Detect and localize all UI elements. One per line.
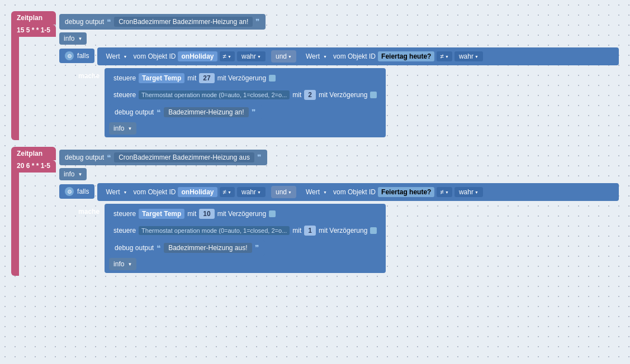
zeitplan-cron-2: 20 6 * * 1-5 <box>11 160 56 173</box>
num-pill-2-1: 10 <box>199 209 214 219</box>
num-pill-1-2: 2 <box>304 90 316 100</box>
info-arrow-1-1: ▼ <box>78 36 82 41</box>
condition-chain-2: Wert ▼ vom Objekt ID onHoliday ≠ wahr un… <box>97 183 619 201</box>
wert-pill-2-2[interactable]: Wert ▼ <box>302 186 331 198</box>
zeitplan-side-1: Zeitplan 15 5 * * 1-5 <box>11 11 56 140</box>
ne-pill-1-1[interactable]: ≠ <box>220 51 235 61</box>
verzog-check-2-2[interactable] <box>370 227 377 234</box>
falls-block-1: ⚙ falls <box>59 49 94 63</box>
falls-icon-2: ⚙ <box>65 187 74 196</box>
debug-row-1-2: debug output ❝ Badezimmer-Heizung an! ❞ <box>109 104 381 120</box>
debug-block-2-2: debug output ❝ Badezimmer-Heizung aus! ❞ <box>109 240 264 256</box>
target-pill-2-1: Target Temp <box>139 209 184 219</box>
ne-pill-2-2[interactable]: ≠ <box>437 187 452 197</box>
thermostat-pill-1: Thermostat operation mode (0=auto, 1=clo… <box>139 90 290 99</box>
thermostat-pill-2: Thermostat operation mode (0=auto, 1=clo… <box>139 226 290 235</box>
zeitplan-side-2: Zeitplan 20 6 * * 1-5 <box>11 147 56 276</box>
debug-row-2-1: debug output ❝ CronBadezimmer Badezimmer… <box>59 150 619 165</box>
mache-section-2: mache steuere Target Temp mit 10 mit Ver… <box>59 204 619 273</box>
num-pill-2-2: 1 <box>304 226 316 236</box>
debug-block-1-2: debug output ❝ Badezimmer-Heizung an! ❞ <box>109 104 261 120</box>
info-arrow-1-2: ▼ <box>127 126 132 131</box>
ne-pill-2-1[interactable]: ≠ <box>220 187 235 197</box>
vom-text-1-1: vom Objekt ID <box>133 52 176 60</box>
debug-text-1-1: CronBadezimmer Badezimmer-Heizung an! <box>114 17 253 27</box>
wahr-pill-1-1[interactable]: wahr <box>237 51 266 61</box>
quote-close-1-2: ❞ <box>252 108 256 117</box>
verzog-check-1-1[interactable] <box>269 75 276 82</box>
zeitplan-header-2: Zeitplan <box>11 147 56 160</box>
zeitplan-pink-col-2 <box>11 173 19 276</box>
feiertag-pill-1: Feiertag heute? <box>378 51 434 61</box>
quote-open-1-2: ❝ <box>157 108 161 117</box>
wert-pill-2-1[interactable]: Wert ▼ <box>102 186 131 198</box>
quote-close-2-1: ❞ <box>257 153 262 162</box>
debug-row-2-2: debug output ❝ Badezimmer-Heizung aus! ❞ <box>109 240 381 256</box>
zeitplan-block-2: Zeitplan 20 6 * * 1-5 debug output ❝ Cro… <box>11 147 619 276</box>
debug-text-2-2: Badezimmer-Heizung aus! <box>164 243 252 253</box>
info-btn-1-1[interactable]: info ▼ <box>59 32 87 45</box>
debug-text-1-2: Badezimmer-Heizung an! <box>164 107 248 117</box>
quote-open-1-1: ❝ <box>107 17 111 26</box>
vom-text-1-2: vom Objekt ID <box>333 52 376 60</box>
debug-block-1-1: debug output ❝ CronBadezimmer Badezimmer… <box>59 14 266 30</box>
steuere-2-1: steuere Target Temp mit 10 mit Verzögeru… <box>109 207 381 221</box>
mache-label-2: mache <box>76 205 102 218</box>
mache-content-2: steuere Target Temp mit 10 mit Verzögeru… <box>105 204 386 273</box>
falls-row-2: ⚙ falls Wert ▼ vom Objekt ID onHoliday ≠… <box>59 183 619 201</box>
und-pill-2[interactable]: und <box>271 186 296 198</box>
id-pill-1-1: onHoliday <box>178 51 217 61</box>
num-pill-1-1: 27 <box>199 73 214 83</box>
verzog-check-2-1[interactable] <box>269 210 276 217</box>
zeitplan-cron-1: 15 5 * * 1-5 <box>11 25 56 37</box>
wert-pill-1-1[interactable]: Wert ▼ <box>102 51 131 62</box>
steuere-2-2: steuere Thermostat operation mode (0=aut… <box>109 223 381 238</box>
cond-row-2: Wert ▼ vom Objekt ID onHoliday ≠ wahr un… <box>97 183 619 201</box>
wahr-pill-2-2[interactable]: wahr <box>454 187 483 197</box>
debug-text-2-1: CronBadezimmer Badezimmer-Heizung aus <box>114 152 254 162</box>
falls-icon-1: ⚙ <box>65 51 74 60</box>
info-btn-1-2[interactable]: info ▼ <box>109 122 136 135</box>
zeitplan-content-1: debug output ❝ CronBadezimmer Badezimmer… <box>56 11 619 140</box>
falls-row-1: ⚙ falls Wert ▼ vom Objekt ID onHoliday ≠… <box>59 47 619 65</box>
wahr-pill-2-1[interactable]: wahr <box>237 187 266 197</box>
quote-open-2-2: ❝ <box>157 243 161 252</box>
feiertag-pill-2: Feiertag heute? <box>378 187 434 197</box>
vom-text-2-2: vom Objekt ID <box>333 188 376 196</box>
wahr-pill-1-2[interactable]: wahr <box>454 51 483 61</box>
steuere-1-1: steuere Target Temp mit 27 mit Verzögeru… <box>109 71 381 85</box>
zeitplan-pink-col-1 <box>11 37 19 140</box>
debug-block-2-1: debug output ❝ CronBadezimmer Badezimmer… <box>59 150 267 165</box>
steuere-1-2: steuere Thermostat operation mode (0=aut… <box>109 88 381 102</box>
mache-content-1: steuere Target Temp mit 27 mit Verzögeru… <box>105 68 386 137</box>
vom-text-2-1: vom Objekt ID <box>133 188 176 196</box>
info-arrow-2-1: ▼ <box>78 172 82 177</box>
mache-label-1: mache <box>76 69 102 83</box>
quote-close-2-2: ❞ <box>255 243 259 252</box>
id-pill-2-1: onHoliday <box>178 187 217 197</box>
mache-section-1: mache steuere Target Temp mit 27 mit Ver… <box>59 68 619 137</box>
verzog-check-1-2[interactable] <box>370 92 377 98</box>
ne-pill-1-2[interactable]: ≠ <box>437 51 452 61</box>
und-pill-1[interactable]: und <box>271 50 296 63</box>
condition-chain-1: Wert ▼ vom Objekt ID onHoliday ≠ wahr un… <box>97 47 619 65</box>
quote-close-1-1: ❞ <box>255 17 260 26</box>
zeitplan-content-2: debug output ❝ CronBadezimmer Badezimmer… <box>56 147 619 276</box>
target-pill-1-1: Target Temp <box>139 73 184 83</box>
zeitplan-block-1: Zeitplan 15 5 * * 1-5 debug output ❝ Cro… <box>11 11 619 140</box>
cond-row-1: Wert ▼ vom Objekt ID onHoliday ≠ wahr un… <box>97 47 619 65</box>
info-arrow-2-2: ▼ <box>127 262 132 267</box>
debug-row-1-1: debug output ❝ CronBadezimmer Badezimmer… <box>59 14 619 30</box>
falls-block-2: ⚙ falls <box>59 184 94 199</box>
zeitplan-header-1: Zeitplan <box>11 11 56 25</box>
info-btn-2-1[interactable]: info ▼ <box>59 168 87 180</box>
wert-pill-1-2[interactable]: Wert ▼ <box>302 51 331 62</box>
info-btn-2-2[interactable]: info ▼ <box>109 258 136 270</box>
quote-open-2-1: ❝ <box>107 153 111 162</box>
